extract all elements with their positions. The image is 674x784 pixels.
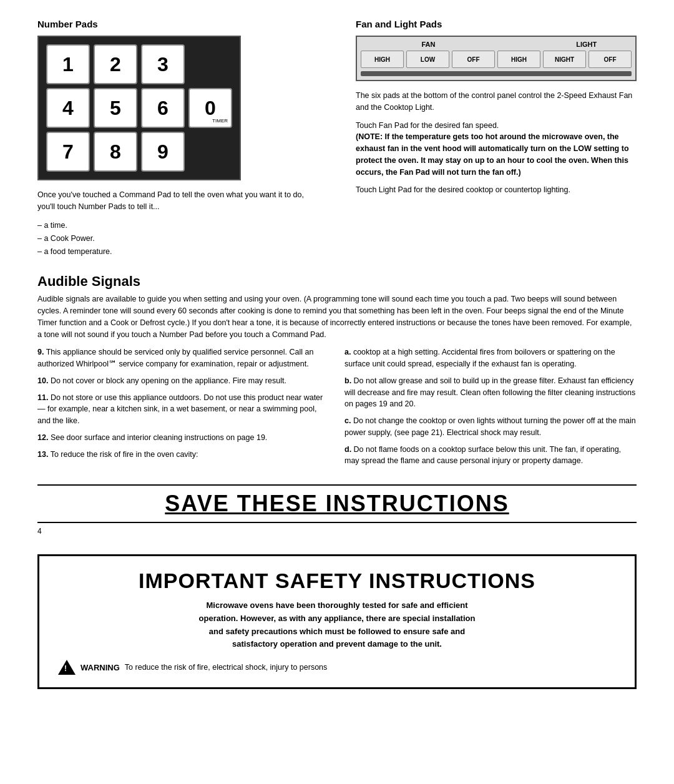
- key-1[interactable]: 1: [46, 44, 90, 84]
- item-12-text: See door surface and interior cleaning i…: [51, 433, 267, 442]
- fan-desc-3: Touch Light Pad for the desired cooktop …: [356, 184, 637, 196]
- key-7[interactable]: 7: [46, 132, 90, 172]
- numbered-item-11: 11. Do not store or use this appliance o…: [37, 392, 330, 427]
- light-btn-high[interactable]: HIGH: [497, 51, 540, 68]
- item-d-text: Do not flame foods on a cooktop surface …: [344, 445, 621, 466]
- warning-label: WARNING: [81, 663, 120, 672]
- safety-title: IMPORTANT SAFETY INSTRUCTIONS: [58, 569, 616, 593]
- item-13-text: To reduce the risk of fire in the oven c…: [51, 450, 198, 459]
- item-11-text: Do not store or use this appliance outdo…: [37, 393, 323, 426]
- safety-box: IMPORTANT SAFETY INSTRUCTIONS Microwave …: [37, 554, 637, 689]
- two-col-content: 9. This appliance should be serviced onl…: [37, 346, 637, 472]
- warning-footer: WARNING To reduce the risk of fire, elec…: [58, 660, 616, 675]
- number-pads-section: Number Pads 1 2 3 4 5 6 0 TIMER 7 8: [37, 19, 318, 258]
- item-b-text: Do not allow grease and soil to build up…: [344, 376, 635, 409]
- top-section: Number Pads 1 2 3 4 5 6 0 TIMER 7 8: [37, 19, 637, 258]
- fan-light-header: FAN LIGHT: [361, 41, 632, 48]
- numbered-item-9: 9. This appliance should be serviced onl…: [37, 346, 330, 370]
- numpad-description: Once you've touched a Command Pad to tel…: [37, 189, 318, 213]
- safety-body: Microwave ovens have been thoroughly tes…: [58, 599, 616, 651]
- numpad-row-3: 7 8 9: [46, 132, 232, 172]
- bullet-food-temp: – a food temperature.: [37, 245, 318, 258]
- save-banner-text: SAVE THESE INSTRUCTIONS: [37, 491, 637, 517]
- save-banner: SAVE THESE INSTRUCTIONS: [37, 484, 637, 523]
- numbered-item-12: 12. See door surface and interior cleani…: [37, 432, 330, 444]
- numpad: 1 2 3 4 5 6 0 TIMER 7 8 9: [37, 36, 241, 180]
- fan-btn-high[interactable]: HIGH: [361, 51, 404, 68]
- warning-triangle-icon: [58, 660, 76, 675]
- fan-note: (NOTE: If the temperature gets too hot a…: [356, 132, 629, 176]
- fan-desc-1: The six pads at the bottom of the contro…: [356, 90, 637, 114]
- numpad-bullets: – a time. – a Cook Power. – a food tempe…: [37, 219, 318, 259]
- safety-body-line3: and safety precautions which must be fol…: [209, 627, 465, 636]
- left-numbered-col: 9. This appliance should be serviced onl…: [37, 346, 330, 472]
- key-8[interactable]: 8: [94, 132, 137, 172]
- key-9[interactable]: 9: [141, 132, 185, 172]
- lettered-item-d: d. Do not flame foods on a cooktop surfa…: [344, 444, 637, 468]
- item-10-text: Do not cover or block any opening on the…: [51, 376, 286, 385]
- light-btn-off[interactable]: OFF: [589, 51, 632, 68]
- item-9-number: 9.: [37, 348, 44, 356]
- safety-body-line2: operation. However, as with any applianc…: [199, 614, 476, 623]
- fan-desc-2: Touch Fan Pad for the desired fan speed.…: [356, 120, 637, 179]
- fan-btn-low[interactable]: LOW: [406, 51, 449, 68]
- key-5[interactable]: 5: [94, 88, 137, 128]
- key-2[interactable]: 2: [94, 44, 137, 84]
- bullet-time: – a time.: [37, 219, 318, 232]
- numbered-item-13: 13. To reduce the risk of fire in the ov…: [37, 449, 330, 461]
- item-c-text: Do not change the cooktop or oven lights…: [344, 416, 636, 437]
- item-12-number: 12.: [37, 433, 48, 442]
- light-label: LIGHT: [541, 41, 632, 48]
- key-4[interactable]: 4: [46, 88, 90, 128]
- item-a-text: cooktop at a high setting. Accidental fi…: [344, 348, 615, 368]
- fan-light-buttons: HIGH LOW OFF HIGH NIGHT OFF: [361, 51, 632, 68]
- audible-signals-section: Audible Signals Audible signals are avai…: [37, 273, 637, 472]
- right-lettered-col: a. cooktop at a high setting. Accidental…: [344, 346, 637, 472]
- item-11-number: 11.: [37, 393, 48, 402]
- item-a-letter: a.: [344, 348, 351, 356]
- fan-label: FAN: [361, 41, 496, 48]
- key-6[interactable]: 6: [141, 88, 185, 128]
- audible-title: Audible Signals: [37, 273, 637, 290]
- key-0-timer[interactable]: 0 TIMER: [188, 88, 232, 128]
- fan-light-panel: FAN LIGHT HIGH LOW OFF HIGH NIGHT OFF: [356, 36, 637, 81]
- audible-description: Audible signals are available to guide y…: [37, 293, 637, 340]
- warning-text: To reduce the risk of fire, electrical s…: [125, 663, 327, 672]
- bullet-cook-power: – a Cook Power.: [37, 232, 318, 245]
- item-d-letter: d.: [344, 445, 351, 454]
- item-b-letter: b.: [344, 376, 351, 385]
- numpad-row-1: 1 2 3: [46, 44, 232, 84]
- fan-light-bar: [361, 71, 632, 76]
- number-pads-title: Number Pads: [37, 19, 318, 29]
- item-9-text: This appliance should be serviced only b…: [37, 348, 313, 368]
- item-c-letter: c.: [344, 416, 351, 425]
- fan-light-title: Fan and Light Pads: [356, 19, 637, 29]
- fan-light-section: Fan and Light Pads FAN LIGHT HIGH LOW OF…: [356, 19, 637, 258]
- lettered-item-c: c. Do not change the cooktop or oven lig…: [344, 415, 637, 439]
- lettered-item-b: b. Do not allow grease and soil to build…: [344, 375, 637, 410]
- item-13-number: 13.: [37, 450, 48, 459]
- numbered-item-10: 10. Do not cover or block any opening on…: [37, 375, 330, 387]
- safety-body-line1: Microwave ovens have been thoroughly tes…: [207, 600, 468, 610]
- page-number: 4: [37, 527, 637, 536]
- safety-body-line4: satisfactory operation and prevent damag…: [232, 639, 442, 649]
- timer-sublabel: TIMER: [212, 118, 228, 124]
- key-3[interactable]: 3: [141, 44, 185, 84]
- fan-btn-off[interactable]: OFF: [452, 51, 495, 68]
- lettered-item-a: a. cooktop at a high setting. Accidental…: [344, 346, 637, 370]
- light-btn-night[interactable]: NIGHT: [543, 51, 586, 68]
- numpad-row-2: 4 5 6 0 TIMER: [46, 88, 232, 128]
- item-10-number: 10.: [37, 376, 48, 385]
